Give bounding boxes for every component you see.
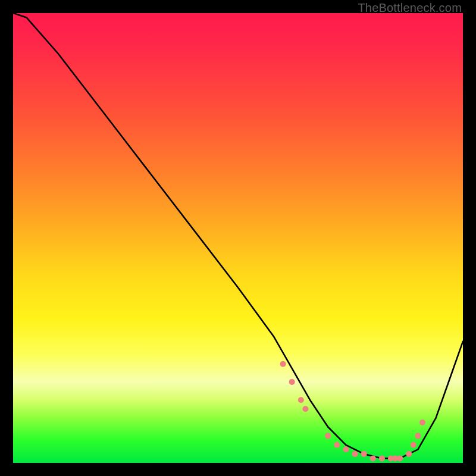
- marker-dot: [397, 455, 403, 461]
- marker-dot: [302, 406, 308, 412]
- marker-dot: [393, 455, 399, 461]
- marker-dot: [298, 397, 304, 403]
- marker-dot: [343, 446, 349, 452]
- chart-svg: [13, 13, 463, 463]
- chart-frame: TheBottleneck.com: [0, 0, 476, 476]
- marker-dot: [415, 433, 421, 439]
- marker-dot: [289, 379, 295, 385]
- marker-dot: [406, 451, 412, 457]
- marker-group: [280, 361, 425, 462]
- marker-dot: [379, 455, 385, 461]
- marker-dot: [361, 451, 367, 457]
- marker-dot: [280, 361, 286, 367]
- marker-dot: [370, 455, 376, 461]
- curve-line: [13, 13, 463, 458]
- marker-dot: [352, 451, 358, 457]
- marker-dot: [388, 455, 394, 461]
- marker-dot: [411, 442, 416, 448]
- marker-dot: [325, 433, 331, 439]
- plot-area: [13, 13, 463, 463]
- marker-dot: [334, 442, 340, 448]
- marker-dot: [419, 419, 425, 425]
